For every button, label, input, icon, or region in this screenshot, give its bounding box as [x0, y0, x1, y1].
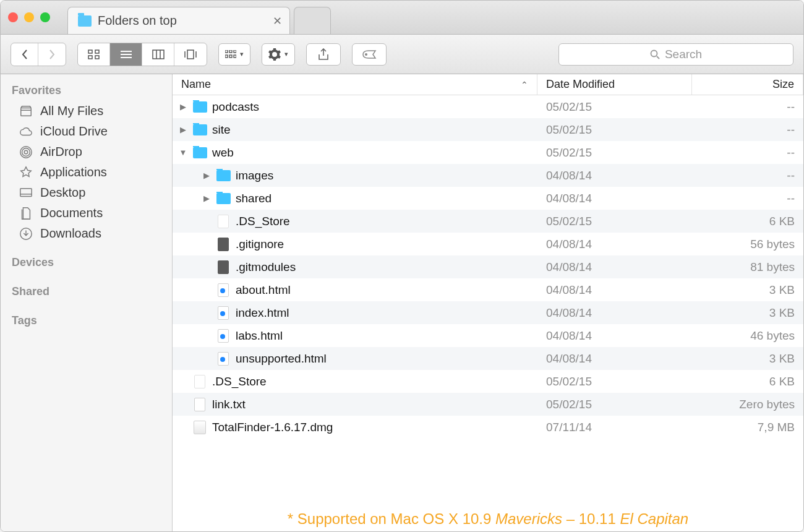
view-coverflow-button[interactable] [174, 43, 207, 66]
close-window-button[interactable] [8, 12, 18, 22]
file-size: -- [692, 123, 803, 137]
search-input[interactable]: Search [558, 43, 793, 66]
svg-rect-26 [20, 188, 32, 196]
file-date: 05/02/15 [537, 123, 692, 137]
desktop-icon [19, 186, 33, 200]
folder-icon [216, 169, 231, 182]
airdrop-icon [19, 145, 33, 159]
file-row[interactable]: ▶images04/08/14-- [173, 164, 803, 187]
disclosure-triangle-icon[interactable]: ▼ [179, 148, 187, 157]
file-size: -- [692, 169, 803, 182]
file-name: index.html [236, 306, 289, 320]
file-row[interactable]: .gitignore04/08/1456 bytes [173, 233, 803, 255]
minimize-window-button[interactable] [24, 12, 34, 22]
file-row[interactable]: unsupported.html04/08/143 KB [173, 347, 803, 370]
svg-line-21 [657, 56, 659, 59]
tab-active[interactable]: Folders on top ✕ [67, 7, 290, 34]
file-date: 04/08/14 [537, 283, 692, 297]
sidebar-item-applications[interactable]: Applications [1, 162, 172, 182]
folder-icon [216, 192, 231, 205]
forward-button[interactable] [38, 43, 66, 66]
svg-point-23 [24, 150, 28, 154]
sidebar-item-all-my-files[interactable]: All My Files [1, 101, 172, 121]
svg-point-24 [22, 148, 30, 156]
file-name: shared [236, 192, 272, 205]
file-date: 05/02/15 [537, 215, 692, 228]
all-my-files-icon [19, 105, 33, 118]
sidebar-section-devices: Devices [1, 252, 172, 273]
view-icons-button[interactable] [78, 43, 110, 66]
documents-icon [19, 207, 33, 220]
sidebar-item-label: All My Files [40, 104, 103, 118]
file-dark-icon [216, 238, 231, 251]
svg-rect-18 [234, 55, 236, 58]
svg-point-19 [366, 53, 367, 55]
arrange-dropdown[interactable]: ▾ [218, 43, 250, 66]
disclosure-triangle-icon[interactable]: ▶ [202, 194, 211, 203]
share-button[interactable] [306, 43, 341, 66]
file-name: .gitignore [236, 238, 284, 251]
maximize-window-button[interactable] [40, 12, 50, 22]
file-size: 3 KB [692, 283, 803, 297]
file-row[interactable]: index.html04/08/143 KB [173, 301, 803, 324]
sidebar-item-desktop[interactable]: Desktop [1, 182, 172, 203]
sidebar-section-shared: Shared [1, 281, 172, 302]
column-header-name[interactable]: Name ⌃ [173, 74, 537, 95]
file-size: 7,9 MB [692, 421, 803, 434]
disclosure-triangle-icon[interactable]: ▶ [179, 125, 187, 134]
file-rows: ▶podcasts05/02/15--▶site05/02/15--▼web05… [173, 95, 803, 532]
file-row[interactable]: ▶podcasts05/02/15-- [173, 95, 803, 118]
sidebar-item-downloads[interactable]: Downloads [1, 223, 172, 244]
tags-button[interactable] [352, 43, 387, 66]
sidebar-item-label: iCloud Drive [40, 124, 108, 139]
file-row[interactable]: link.txt05/02/15Zero bytes [173, 393, 803, 416]
file-row[interactable]: .DS_Store05/02/156 KB [173, 370, 803, 393]
sidebar-section-favorites: Favorites [1, 80, 172, 101]
title-bar: Folders on top ✕ [1, 1, 803, 35]
file-row[interactable]: ▼web05/02/15-- [173, 141, 803, 164]
back-button[interactable] [11, 43, 38, 66]
disclosure-triangle-icon[interactable]: ▶ [202, 171, 211, 180]
file-row[interactable]: .DS_Store05/02/156 KB [173, 210, 803, 233]
share-icon [318, 48, 329, 61]
file-name: labs.html [236, 329, 283, 343]
chevron-down-icon: ▾ [240, 50, 244, 58]
sidebar-item-label: Desktop [40, 186, 85, 200]
file-row[interactable]: .gitmodules04/08/1481 bytes [173, 255, 803, 278]
svg-rect-16 [225, 55, 228, 58]
finder-window: Folders on top ✕ [0, 0, 804, 532]
svg-rect-14 [229, 50, 232, 53]
file-name: images [236, 169, 273, 182]
file-row[interactable]: about.html04/08/143 KB [173, 278, 803, 301]
svg-rect-0 [88, 50, 92, 53]
file-size: -- [692, 192, 803, 205]
file-row[interactable]: labs.html04/08/1446 bytes [173, 324, 803, 347]
chevron-down-icon: ▾ [284, 50, 288, 58]
nav-buttons [11, 43, 66, 66]
sidebar-item-airdrop[interactable]: AirDrop [1, 142, 172, 162]
file-size: 3 KB [692, 352, 803, 366]
tab-new[interactable] [294, 7, 331, 34]
file-date: 04/08/14 [537, 238, 692, 251]
file-row[interactable]: ▶shared04/08/14-- [173, 187, 803, 210]
file-size: 6 KB [692, 375, 803, 388]
view-list-button[interactable] [110, 43, 142, 66]
file-date: 04/08/14 [537, 306, 692, 320]
column-header-date[interactable]: Date Modified [537, 74, 692, 95]
sidebar-item-icloud[interactable]: iCloud Drive [1, 121, 172, 142]
action-dropdown[interactable]: ▾ [262, 43, 295, 66]
toolbar: ▾ ▾ Search [1, 35, 803, 74]
file-name: podcasts [212, 100, 259, 114]
disclosure-triangle-icon[interactable]: ▶ [179, 102, 187, 111]
sidebar-item-documents[interactable]: Documents [1, 203, 172, 223]
close-tab-icon[interactable]: ✕ [273, 14, 282, 28]
view-columns-button[interactable] [142, 43, 174, 66]
file-row[interactable]: TotalFinder-1.6.17.dmg07/11/147,9 MB [173, 416, 803, 439]
sort-ascending-icon: ⌃ [521, 80, 528, 90]
column-header-size[interactable]: Size [692, 74, 803, 95]
traffic-lights [8, 12, 50, 22]
file-row[interactable]: ▶site05/02/15-- [173, 118, 803, 141]
sidebar: Favorites All My Files iCloud Drive AirD… [1, 74, 173, 532]
file-txt-icon [192, 398, 207, 411]
svg-rect-22 [21, 108, 32, 116]
